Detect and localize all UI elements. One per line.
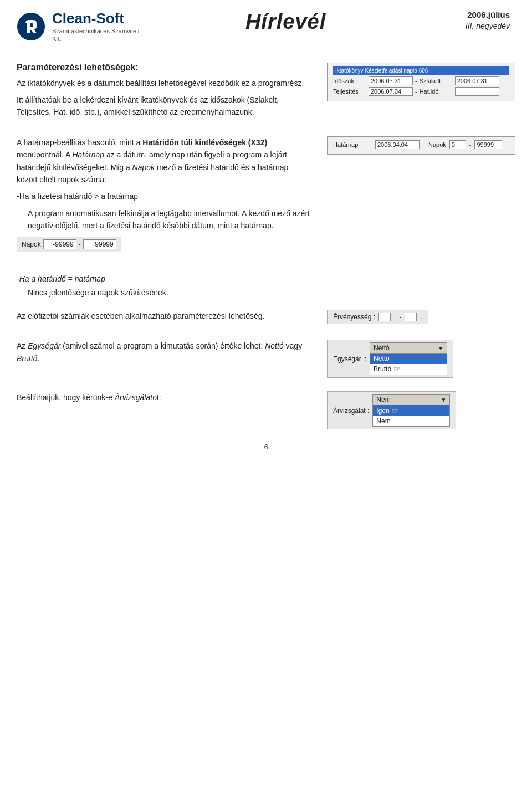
- section5-text: Az Egységár (amivel számol a program a k…: [17, 340, 310, 369]
- section6-image: Árvizsgálat : Nem ▼ Igen ☞ Nem: [327, 391, 515, 429]
- idoszak-sep: -: [415, 78, 417, 84]
- cursor-hand-icon: ☞: [393, 365, 401, 374]
- teljesites-field[interactable]: 2006.07.04: [369, 87, 413, 96]
- egysegar-option-brutto[interactable]: Bruttó ☞: [370, 364, 447, 375]
- company-logo-icon: [17, 12, 45, 41]
- section2-text: A határnap-beállítás hasonló, mint a Hat…: [17, 136, 310, 261]
- egysegar-dropdown-arrow: ▼: [438, 345, 443, 351]
- section2-napok: Napok: [132, 163, 155, 172]
- section5-para: Az Egységár (amivel számol a program a k…: [17, 340, 310, 365]
- logo-text: Clean-Soft Számítástechnikai és Számvite…: [52, 10, 139, 43]
- erveny-sep1: .: [394, 313, 396, 321]
- erveny-val1[interactable]: .: [378, 313, 391, 321]
- section2-bullet-text: -Ha a fizetési határidő > a határnap: [17, 192, 138, 201]
- main-content: Paraméterezési lehetőségek: Az iktatókön…: [0, 50, 532, 474]
- section1-image: Iktatókönyv Készletfeladási napló 606 Id…: [327, 63, 515, 101]
- section6-text: Beállíthatjuk, hogy kérünk-e Árvizsgálat…: [17, 391, 310, 408]
- issue-quarter: III. negyedév: [432, 22, 510, 30]
- header-right: 2006.július III. negyedév: [432, 10, 510, 30]
- section2-bullet: -Ha a fizetési határidő > a határnap: [17, 190, 310, 202]
- section2-bold: Határidőn túli kintlévőségek (X32): [142, 138, 267, 147]
- form-row-idoszak: Időszak : 2006.07.31 - Szlakelt 2006.07.…: [333, 76, 509, 85]
- arvizsgalat-panel: Árvizsgálat : Nem ▼ Igen ☞ Nem: [327, 391, 456, 429]
- idoszak-label: Időszak :: [333, 78, 366, 84]
- hatido-field[interactable]: [455, 87, 499, 96]
- section1-text: Paraméterezési lehetőségek: Az iktatókön…: [17, 63, 310, 123]
- egysegar-panel: Egységár : Nettó ▼ Nettó Bruttó ☞: [327, 340, 453, 378]
- arvizsgalat-label: Árvizsgálat :: [333, 407, 369, 415]
- napok-label: Napok: [22, 241, 41, 248]
- section4-para: Az előfizetői számlák esetében alkalmazh…: [17, 310, 310, 322]
- ervenyesseg-panel: Érvényesség : . . - . .: [327, 310, 428, 324]
- arvizsgalat-option-igen[interactable]: Igen ☞: [373, 405, 449, 416]
- hatarnap-napok-val1[interactable]: 0: [449, 140, 466, 149]
- company-name: Clean-Soft: [52, 10, 139, 27]
- szlakelt-field[interactable]: 2006.07.31: [455, 76, 499, 85]
- hatarnap-label: Határnap: [333, 141, 372, 148]
- section4-text: Az előfizetői számlák esetében alkalmazh…: [17, 310, 310, 326]
- section5-image: Egységár : Nettó ▼ Nettó Bruttó ☞: [327, 340, 515, 378]
- form-title-naplo: Készletfeladási napló: [365, 68, 417, 74]
- arvizsgalat-dropdown-header[interactable]: Nem ▼: [373, 395, 449, 405]
- section6-para: Beállíthatjuk, hogy kérünk-e Árvizsgálat…: [17, 391, 310, 403]
- hatarido-egyenlo-italic: -Ha a határidő = határnap: [17, 274, 515, 283]
- page-number: 6: [17, 443, 515, 457]
- header-center: Hírlevél: [139, 10, 432, 34]
- section1-heading: Paraméterezési lehetőségek:: [17, 63, 310, 73]
- section-hatarnap: A határnap-beállítás hasonló, mint a Hat…: [17, 136, 515, 261]
- idoszak-from-field[interactable]: 2006.07.31: [369, 76, 413, 85]
- section2-image: Határnap 2006.04.04 Napok 0 - 99999: [327, 136, 515, 155]
- form-num: 606: [419, 68, 428, 74]
- egysegar-selected-value: Nettó: [374, 344, 390, 352]
- section-parameterezesi: Paraméterezési lehetőségek: Az iktatókön…: [17, 63, 515, 123]
- egysegar-dropdown-header[interactable]: Nettó ▼: [370, 343, 447, 354]
- section1-itt: Itt: [17, 95, 23, 104]
- egysegar-dropdown[interactable]: Nettó ▼ Nettó Bruttó ☞: [370, 342, 447, 375]
- egysegar-option-netto[interactable]: Nettó: [370, 354, 447, 364]
- arvizsgalat-option-nem[interactable]: Nem: [373, 416, 449, 426]
- erveny-sep3: .: [420, 313, 422, 321]
- arvizsgalat-dropdown[interactable]: Nem ▼ Igen ☞ Nem: [372, 394, 450, 427]
- company-subtitle-line2: Kft.: [52, 35, 139, 43]
- egysegar-label: Egységár: [333, 355, 361, 363]
- brutto-italic: Bruttó: [17, 354, 37, 363]
- section1-rest: állíthatóak be a lekérdezni kívánt iktat…: [17, 95, 279, 116]
- napok-panel: Napok -99999 - 99999: [17, 237, 121, 252]
- form-title-bar: Iktatókönyv Készletfeladási napló 606: [333, 66, 509, 75]
- erveny-val2[interactable]: .: [405, 313, 417, 321]
- section1-para1: Az iktatókönyvek és a dátumok beállítási…: [17, 77, 310, 89]
- hatarnap-napok-val2[interactable]: 99999: [474, 140, 502, 149]
- netto-italic: Nettó: [265, 341, 283, 350]
- arvizsgalat-cursor-icon: ☞: [392, 406, 399, 415]
- arvizsgalat-igen-text: Igen: [376, 407, 389, 415]
- napok-value2[interactable]: 99999: [83, 239, 116, 249]
- ervenyesseg-label: Érvényesség :: [333, 313, 375, 321]
- section2-para: A határnap-beállítás hasonló, mint a Hat…: [17, 136, 310, 186]
- svg-point-0: [18, 13, 44, 40]
- section-hatarido-egyenlo: -Ha a határidő = határnap Nincs jelentős…: [17, 274, 515, 299]
- egysegar-colon: :: [365, 355, 366, 363]
- napok-value1[interactable]: -99999: [43, 239, 76, 249]
- arvizsgalat-dropdown-arrow: ▼: [441, 397, 446, 403]
- hatarnap-form-row: Határnap 2006.04.04 Napok 0 - 99999: [333, 140, 509, 149]
- section2-indent: A program automatikusan felkínálja a leg…: [28, 207, 310, 232]
- newsletter-title: Hírlevél: [139, 10, 432, 34]
- hatarnap-val-field[interactable]: 2006.04.04: [375, 140, 420, 149]
- issue-date: 2006.július: [432, 10, 510, 19]
- arvizsgalat-selected-value: Nem: [376, 396, 390, 403]
- form-row-teljesites: Teljesítés : 2006.07.04 - Hat.idő: [333, 87, 509, 96]
- szlakelt-label: Szlakelt: [420, 78, 453, 84]
- hatarnap-form: Határnap 2006.04.04 Napok 0 - 99999: [327, 136, 515, 155]
- teljesites-label: Teljesítés :: [333, 88, 366, 95]
- section-egysegar: Az Egységár (amivel számol a program a k…: [17, 340, 515, 378]
- egysegar-brutto-text: Bruttó: [374, 365, 391, 373]
- hatarido-egyenlo-text: Nincs jelentősége a napok szűkítésének.: [28, 286, 515, 299]
- section2-italic: Határnap: [72, 150, 104, 159]
- arvizsgalat-italic: Árvizsgálat: [115, 393, 152, 402]
- erveny-range-sep: -: [399, 313, 401, 321]
- page-header: Clean-Soft Számítástechnikai és Számvite…: [0, 0, 532, 50]
- form-title-iktatokonyv: Iktatókönyv: [335, 68, 364, 74]
- hatarnap-napok-label: Napok: [428, 141, 446, 148]
- logo-area: Clean-Soft Számítástechnikai és Számvite…: [17, 10, 139, 43]
- napok-separator: -: [79, 241, 81, 248]
